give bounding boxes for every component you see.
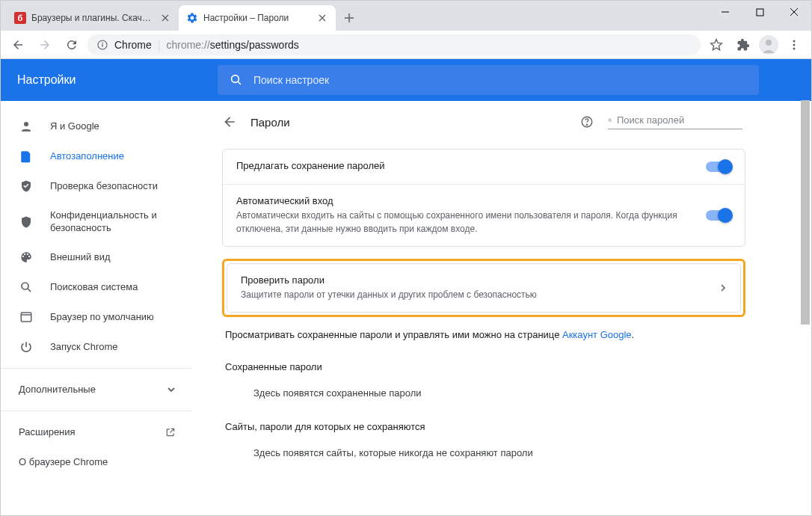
sidebar-item-autofill[interactable]: Автозаполнение bbox=[1, 141, 192, 171]
close-icon[interactable] bbox=[316, 12, 328, 24]
auto-signin-row: Автоматический вход Автоматически входит… bbox=[223, 185, 745, 246]
new-tab-button[interactable] bbox=[339, 7, 360, 28]
back-arrow-button[interactable] bbox=[222, 114, 237, 129]
sidebar-item-about[interactable]: О браузере Chrome bbox=[1, 447, 192, 477]
shield-check-icon bbox=[19, 179, 34, 193]
settings-sidebar: Я и Google Автозаполнение Проверка безоп… bbox=[1, 101, 192, 516]
offer-save-toggle[interactable] bbox=[706, 162, 731, 172]
row-title: Предлагать сохранение паролей bbox=[236, 160, 692, 171]
settings-header: Настройки bbox=[1, 59, 811, 101]
main-panel: Пароли Предлагать сохранение паролей Авт… bbox=[192, 101, 811, 516]
tab-strip: б Браузеры и плагины. Скачать б Настройк… bbox=[1, 5, 708, 31]
sidebar-item-on-startup[interactable]: Запуск Chrome bbox=[1, 332, 192, 362]
svg-point-16 bbox=[586, 124, 587, 125]
extensions-button[interactable] bbox=[732, 34, 754, 56]
sidebar-item-label: Внешний вид bbox=[50, 251, 111, 264]
svg-point-17 bbox=[609, 119, 611, 121]
sidebar-item-extensions[interactable]: Расширения bbox=[1, 417, 192, 447]
back-button[interactable] bbox=[7, 34, 29, 56]
window-controls bbox=[708, 1, 811, 23]
highlighted-frame: Проверить пароли Защитите пароли от утеч… bbox=[222, 259, 745, 317]
chrome-menu-button[interactable] bbox=[783, 34, 805, 56]
svg-point-11 bbox=[232, 76, 239, 83]
minimize-button[interactable] bbox=[708, 1, 742, 23]
settings-card: Предлагать сохранение паролей Автоматиче… bbox=[222, 149, 745, 247]
sidebar-item-label: Браузер по умолчанию bbox=[50, 311, 154, 324]
settings-search-input[interactable] bbox=[253, 74, 747, 86]
omnibox[interactable]: Chrome | chrome://settings/passwords bbox=[87, 34, 701, 55]
chevron-down-icon bbox=[167, 385, 176, 394]
sidebar-item-label: Конфиденциальность и безопасность bbox=[50, 209, 192, 235]
search-icon bbox=[230, 73, 243, 87]
settings-search[interactable] bbox=[218, 65, 759, 95]
window-titlebar: б Браузеры и плагины. Скачать б Настройк… bbox=[1, 1, 811, 31]
sidebar-item-appearance[interactable]: Внешний вид bbox=[1, 242, 192, 272]
google-account-link[interactable]: Аккаунт Google bbox=[562, 329, 632, 340]
profile-avatar[interactable] bbox=[759, 35, 778, 55]
saved-passwords-heading: Сохраненные пароли bbox=[225, 361, 742, 372]
svg-point-12 bbox=[24, 122, 28, 126]
browser-tab-0[interactable]: б Браузеры и плагины. Скачать б bbox=[7, 5, 179, 31]
auto-signin-toggle[interactable] bbox=[706, 210, 731, 221]
window-close-button[interactable] bbox=[777, 1, 811, 23]
page-header: Пароли bbox=[222, 114, 745, 137]
help-icon[interactable] bbox=[579, 114, 594, 129]
favicon-icon: б bbox=[14, 12, 26, 24]
svg-point-7 bbox=[766, 40, 772, 46]
autofill-icon bbox=[19, 150, 34, 163]
svg-rect-5 bbox=[102, 42, 102, 43]
shield-icon bbox=[19, 215, 34, 229]
site-info-icon[interactable] bbox=[96, 39, 108, 51]
close-icon[interactable] bbox=[159, 12, 171, 24]
browser-tab-1[interactable]: Настройки – Пароли bbox=[179, 5, 336, 31]
sidebar-item-label: Автозаполнение bbox=[50, 150, 124, 163]
sidebar-item-default-browser[interactable]: Браузер по умолчанию bbox=[1, 302, 192, 332]
sidebar-item-label: Проверка безопасности bbox=[50, 180, 158, 193]
url-scheme-label: Chrome bbox=[114, 39, 152, 51]
never-saved-heading: Сайты, пароли для которых не сохраняются bbox=[225, 421, 742, 432]
search-icon bbox=[608, 115, 612, 126]
svg-rect-4 bbox=[102, 43, 102, 46]
sidebar-item-label: Я и Google bbox=[50, 120, 99, 133]
password-search[interactable] bbox=[608, 114, 742, 129]
chevron-right-icon bbox=[719, 284, 727, 292]
sidebar-item-advanced[interactable]: Дополнительные bbox=[1, 375, 192, 405]
forward-button[interactable] bbox=[34, 34, 56, 56]
sidebar-item-privacy[interactable]: Конфиденциальность и безопасность bbox=[1, 201, 192, 242]
svg-rect-2 bbox=[757, 9, 763, 16]
sidebar-item-search-engine[interactable]: Поисковая система bbox=[1, 272, 192, 302]
offer-save-row: Предлагать сохранение паролей bbox=[223, 150, 745, 185]
svg-rect-14 bbox=[21, 313, 31, 322]
row-title: Автоматический вход bbox=[236, 195, 692, 206]
row-subtitle: Защитите пароли от утечки данных и други… bbox=[241, 288, 710, 301]
browser-icon bbox=[19, 310, 34, 324]
sidebar-item-safety-check[interactable]: Проверка безопасности bbox=[1, 171, 192, 201]
maximize-button[interactable] bbox=[742, 1, 777, 23]
row-title: Проверить пароли bbox=[241, 274, 710, 286]
bookmark-button[interactable] bbox=[705, 34, 728, 56]
vertical-scrollbar[interactable] bbox=[799, 100, 811, 515]
row-subtitle: Автоматически входить на сайты с помощью… bbox=[236, 209, 692, 236]
scrollbar-thumb[interactable] bbox=[801, 100, 810, 325]
saved-passwords-empty: Здесь появятся сохраненные пароли bbox=[253, 387, 742, 399]
person-icon bbox=[19, 120, 34, 133]
tab-title: Браузеры и плагины. Скачать б bbox=[31, 13, 154, 23]
manage-passwords-text: Просматривать сохраненные пароли и управ… bbox=[225, 329, 742, 340]
palette-icon bbox=[19, 251, 34, 264]
content-area: Я и Google Автозаполнение Проверка безоп… bbox=[1, 101, 811, 516]
url-text: chrome://settings/passwords bbox=[166, 39, 298, 51]
svg-point-10 bbox=[793, 47, 796, 49]
sidebar-item-label: О браузере Chrome bbox=[19, 456, 108, 469]
svg-point-8 bbox=[793, 40, 796, 42]
never-saved-empty: Здесь появятся сайты, которые никогда не… bbox=[253, 447, 742, 458]
settings-icon bbox=[186, 12, 198, 24]
svg-point-13 bbox=[22, 283, 28, 289]
reload-button[interactable] bbox=[61, 34, 83, 56]
password-search-input[interactable] bbox=[617, 114, 742, 126]
svg-point-9 bbox=[793, 43, 796, 46]
divider bbox=[1, 368, 192, 369]
check-passwords-row[interactable]: Проверить пароли Защитите пароли от утеч… bbox=[227, 264, 740, 312]
settings-title: Настройки bbox=[1, 73, 218, 87]
sidebar-item-you-and-google[interactable]: Я и Google bbox=[1, 111, 192, 141]
power-icon bbox=[19, 340, 34, 354]
